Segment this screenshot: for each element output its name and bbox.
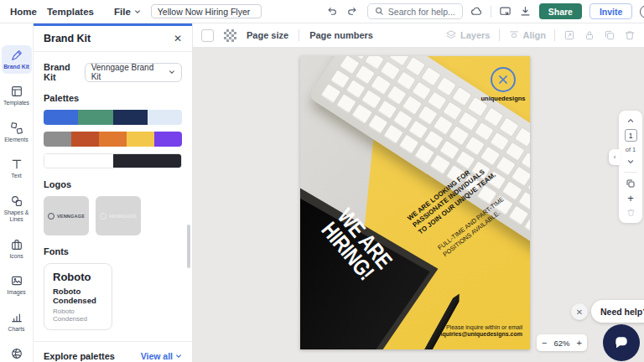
flyer-contact-text[interactable]: Please inquire within or email inquiries… — [437, 324, 522, 337]
palette-swatch — [154, 132, 182, 147]
chevron-down-icon — [175, 353, 182, 359]
file-menu-label: File — [114, 7, 131, 17]
collapse-page-nav-button[interactable]: ‹ — [609, 149, 621, 165]
fit-to-page-icon[interactable] — [564, 29, 575, 41]
venngage-editor: Home Templates File Search for help... S… — [0, 0, 644, 362]
panel-title: Brand Kit — [44, 33, 91, 44]
brand-palette-row[interactable] — [44, 110, 182, 125]
align-icon — [508, 29, 520, 41]
layers-button[interactable]: Layers — [445, 29, 490, 41]
zoom-control: − 62% + — [537, 334, 587, 351]
palette-swatch — [127, 132, 154, 147]
history-controls — [327, 6, 357, 17]
flyer-page[interactable]: WE ARE HIRING! WE ARE LOOKING FOR PASSIO… — [300, 56, 530, 349]
document-title-input[interactable] — [151, 4, 262, 18]
venngage-logo-mark-icon — [48, 213, 55, 220]
brand-kit-label: Brand Kit — [44, 62, 85, 82]
page-down-icon[interactable] — [626, 158, 635, 166]
share-button[interactable]: Share — [539, 3, 582, 19]
zoom-level-value[interactable]: 62% — [553, 339, 569, 348]
chat-bubble-icon — [613, 334, 630, 351]
delete-page-icon[interactable] — [626, 208, 636, 217]
align-label: Align — [523, 30, 547, 40]
duplicate-page-icon[interactable] — [626, 178, 636, 189]
sidebar-item-icons[interactable]: Icons — [2, 235, 32, 263]
redo-icon[interactable] — [346, 6, 357, 17]
contact-line: inquiries@uniquedesigns.com — [437, 331, 522, 337]
view-all-link[interactable]: View all — [141, 351, 182, 361]
venngage-logo-text: VENNGAGE — [57, 214, 85, 219]
chat-launcher-button[interactable] — [603, 324, 640, 361]
view-all-label: View all — [141, 351, 173, 361]
page-numbers-button[interactable]: Page numbers — [309, 30, 373, 40]
brand-logo-tile[interactable]: VENNGAGE — [44, 196, 89, 235]
brand-kit-icon — [10, 49, 23, 62]
trash-icon[interactable] — [624, 29, 636, 41]
current-page-box[interactable]: 1 — [625, 129, 637, 142]
sidebar-item-label: Brand Kit — [3, 64, 29, 70]
page-count-label: of 1 — [626, 146, 636, 153]
dismiss-help-button[interactable]: ✕ — [571, 303, 588, 320]
help-button[interactable]: ? — [640, 5, 644, 18]
brand-palette-row[interactable] — [44, 153, 182, 168]
undo-icon[interactable] — [327, 6, 338, 17]
flyer-logo-badge[interactable] — [491, 67, 516, 92]
palettes-heading: Palettes — [44, 93, 182, 103]
duplicate-icon[interactable] — [604, 29, 615, 41]
brand-palette-row[interactable] — [44, 132, 182, 147]
nav-templates[interactable]: Templates — [47, 7, 94, 17]
zoom-out-button[interactable]: − — [542, 339, 547, 348]
explore-palettes-heading: Explore palettes — [44, 351, 115, 361]
sidebar-item-charts[interactable]: Charts — [2, 308, 32, 336]
header-right-group: Search for help... Share Invite ? KW — [367, 3, 644, 19]
sidebar-item-shapes-lines[interactable]: Shapes & Lines — [2, 191, 32, 227]
background-pattern-swatch[interactable] — [224, 29, 236, 42]
crossed-pencils-icon — [496, 72, 511, 87]
align-button[interactable]: Align — [508, 29, 547, 41]
need-help-bubble[interactable]: Need help? — [591, 300, 644, 323]
brand-logo-tile[interactable]: VENNGAGE — [96, 196, 141, 235]
cloud-save-icon[interactable] — [470, 5, 483, 18]
sidebar-item-brand-kit[interactable]: Brand Kit — [2, 45, 32, 74]
close-icon[interactable]: ✕ — [174, 34, 182, 44]
sidebar-item-text[interactable]: Text — [2, 154, 32, 183]
brand-kit-select[interactable]: Venngage Brand Kit — [85, 63, 182, 82]
palette-swatch — [71, 132, 99, 147]
divider — [299, 29, 299, 41]
font-primary: Roboto — [53, 271, 103, 283]
sidebar-item-maps[interactable]: Maps — [2, 344, 32, 362]
present-icon[interactable] — [499, 5, 512, 18]
invite-button[interactable]: Invite — [589, 3, 632, 19]
divider — [491, 6, 491, 18]
page-background-swatch[interactable] — [201, 29, 214, 42]
page-up-icon[interactable] — [626, 116, 635, 125]
add-page-button[interactable]: + — [627, 193, 634, 204]
flyer-brand-name[interactable]: uniquedesigns — [481, 95, 526, 102]
venngage-logo-mark-icon — [100, 213, 106, 220]
nav-home[interactable]: Home — [10, 7, 37, 17]
help-search-input[interactable]: Search for help... — [367, 3, 463, 19]
shapes-lines-icon — [10, 194, 23, 208]
palette-swatch — [44, 154, 113, 168]
file-menu[interactable]: File — [114, 7, 141, 17]
lock-icon[interactable] — [584, 29, 595, 41]
contact-line: Please inquire within or email — [437, 324, 522, 330]
sidebar-item-elements[interactable]: Elements — [2, 118, 32, 147]
sidebar-item-templates[interactable]: Templates — [2, 81, 32, 110]
download-icon[interactable] — [519, 5, 532, 18]
divider — [499, 29, 500, 41]
sidebar-item-label: Images — [7, 289, 25, 296]
brand-font-card[interactable]: Roboto Roboto Condensed Roboto Condensed — [44, 263, 112, 330]
text-icon — [10, 158, 23, 171]
divider — [34, 51, 192, 52]
zoom-in-button[interactable]: + — [577, 339, 582, 348]
search-icon — [375, 7, 384, 16]
palette-swatch — [44, 110, 78, 125]
page-size-button[interactable]: Page size — [247, 30, 288, 40]
sidebar-item-images[interactable]: Images — [2, 271, 32, 299]
panel-scrollbar[interactable] — [187, 225, 190, 268]
sidebar-item-label: Templates — [3, 100, 29, 106]
chevron-down-icon — [134, 8, 141, 15]
images-icon — [10, 274, 23, 287]
charts-icon — [10, 311, 23, 324]
